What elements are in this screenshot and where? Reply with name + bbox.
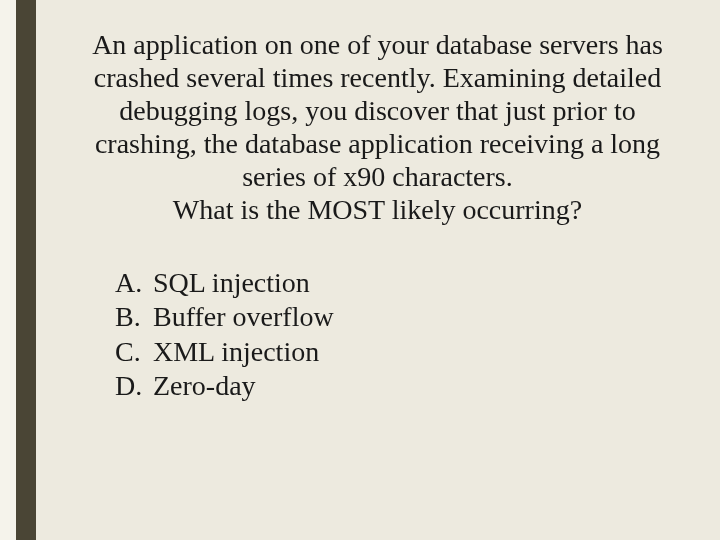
- option-text: SQL injection: [153, 266, 310, 300]
- slide-edge-dark: [16, 0, 36, 540]
- answer-options: A. SQL injection B. Buffer overflow C. X…: [115, 266, 700, 403]
- slide-content: An application on one of your database s…: [55, 28, 700, 403]
- option-a: A. SQL injection: [115, 266, 700, 300]
- option-c: C. XML injection: [115, 335, 700, 369]
- slide-edge-light: [0, 0, 16, 540]
- option-letter: D.: [115, 369, 153, 403]
- option-b: B. Buffer overflow: [115, 300, 700, 334]
- option-text: XML injection: [153, 335, 319, 369]
- option-letter: B.: [115, 300, 153, 334]
- question-text: An application on one of your database s…: [65, 28, 690, 226]
- option-letter: A.: [115, 266, 153, 300]
- option-letter: C.: [115, 335, 153, 369]
- option-d: D. Zero-day: [115, 369, 700, 403]
- option-text: Buffer overflow: [153, 300, 334, 334]
- option-text: Zero-day: [153, 369, 256, 403]
